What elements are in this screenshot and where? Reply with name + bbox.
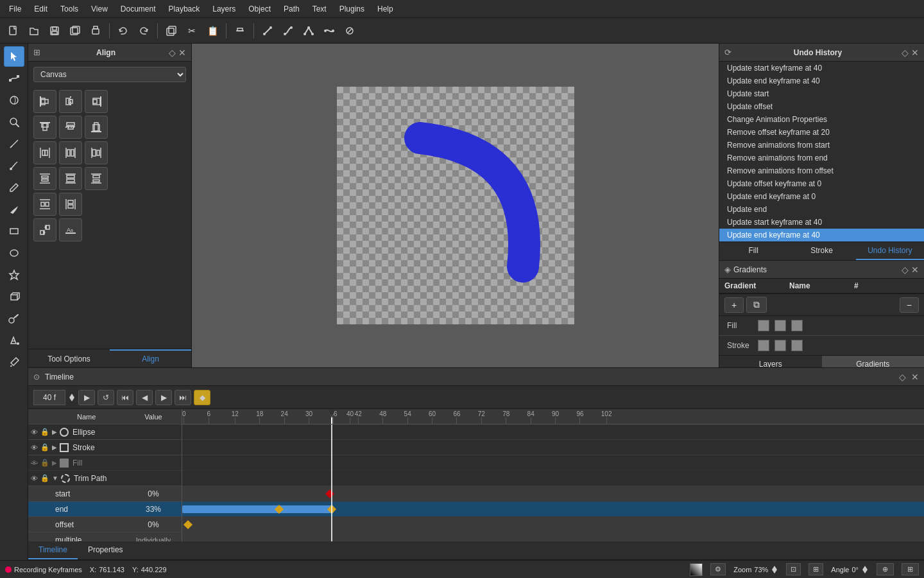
track-fill-lock[interactable]: 🔒 [40,459,49,467]
track-stroke-lock[interactable]: 🔒 [40,443,49,451]
paste-button[interactable]: 📋 [203,22,222,40]
zoom-to-selection-button[interactable]: ⊞ [809,563,823,575]
tab-tool-options[interactable]: Tool Options [28,349,110,367]
star-tool[interactable] [4,265,24,285]
document-props-button[interactable]: ⚙ [710,563,726,575]
track-lock-icon[interactable]: 🔒 [40,428,49,436]
lpe-button5[interactable] [340,22,359,40]
undo-history-float[interactable]: ◇ [902,48,909,58]
zoom-tool[interactable] [4,112,24,132]
undo-item[interactable]: Update end [719,203,924,216]
menu-text[interactable]: Text [306,2,333,16]
timeline-float[interactable]: ◇ [899,372,906,382]
gradients-float[interactable]: ◇ [902,265,909,275]
menu-playback[interactable]: Playback [162,2,207,16]
ellipse-tool[interactable] [4,243,24,263]
select-tool[interactable] [4,46,24,67]
align-toolbar-button[interactable] [230,22,250,40]
make-horiz-gaps[interactable] [33,193,56,216]
open-button[interactable] [24,22,44,40]
align-left-edge[interactable] [33,90,56,113]
snap-button[interactable]: ⊞ [902,563,919,575]
pen-tool[interactable] [4,155,24,176]
align-relative-select[interactable]: Canvas Page Drawing Selection First sele… [33,67,186,82]
track-fill-expand[interactable]: ▶ [52,459,57,466]
kf-offset-diamond[interactable] [184,520,193,529]
lpe-button2[interactable] [278,22,298,40]
tab-fill[interactable]: Fill [719,242,787,260]
track-fill-eye[interactable]: 👁 [31,459,38,467]
make-vert-gaps[interactable] [59,193,82,216]
goto-end-button[interactable]: ⏭ [175,390,191,405]
frame-input[interactable] [33,390,65,405]
duplicate-gradient-button[interactable]: ⧉ [746,297,767,313]
undo-item[interactable]: Remove animations from start [719,139,924,152]
document-color-mode[interactable] [690,563,703,576]
undo-history-close[interactable]: ✕ [911,48,919,58]
stroke-swatch-2[interactable] [774,340,786,351]
align-bottom-edge[interactable] [85,116,108,139]
fill-swatch-1[interactable] [758,320,769,331]
pencil-tool[interactable] [4,177,24,198]
undo-history-list[interactable]: Update start keyframe at 40Update end ke… [719,62,924,241]
kf-track-ellipse[interactable] [182,425,924,440]
save-copy-button[interactable] [65,22,85,40]
zoom-spinner[interactable] [771,565,778,575]
canvas-area[interactable] [192,44,719,367]
kf-track-fill[interactable] [182,455,924,471]
align-top-edge[interactable] [33,116,56,139]
kf-end-bar[interactable] [182,505,334,513]
tab-layers[interactable]: Layers [719,356,822,367]
print-button[interactable] [86,22,105,40]
fill-swatch-2[interactable] [774,320,786,331]
track-trim-lock[interactable]: 🔒 [40,474,49,482]
kf-track-trim[interactable] [182,471,924,486]
track-eye-icon[interactable]: 👁 [31,428,38,436]
play-button[interactable]: ▶ [78,390,95,405]
tweak-tool[interactable] [4,90,24,110]
undo-item[interactable]: Remove offset keyframe at 20 [719,126,924,139]
loop-button[interactable]: ↺ [98,390,114,405]
tab-properties[interactable]: Properties [78,541,133,559]
menu-layers[interactable]: Layers [206,2,242,16]
node-tool[interactable] [4,68,24,89]
menu-help[interactable]: Help [371,2,400,16]
menu-object[interactable]: Object [242,2,277,16]
menu-plugins[interactable]: Plugins [333,2,371,16]
redo-button[interactable] [134,22,153,40]
kf-track-stroke[interactable] [182,440,924,455]
tab-align[interactable]: Align [110,349,191,367]
undo-item[interactable]: Update offset keyframe at 0 [719,177,924,190]
next-frame-button[interactable]: ▶ [155,390,172,405]
menu-file[interactable]: File [3,2,28,16]
frame-spinner[interactable] [68,392,76,403]
undo-item[interactable]: Change Animation Properties [719,113,924,126]
menu-document[interactable]: Document [114,2,162,16]
undo-item[interactable]: Update start [719,87,924,100]
kf-track-start[interactable] [182,486,924,502]
color-display-button[interactable]: ⊕ [877,563,894,575]
distribute-bottom[interactable] [85,167,108,190]
menu-edit[interactable]: Edit [28,2,54,16]
add-gradient-button[interactable]: + [724,297,744,313]
track-stroke-eye[interactable]: 👁 [31,444,38,451]
angle-spinner[interactable] [861,565,869,575]
undo-item[interactable]: Remove animations from end [719,152,924,164]
kf-track-multiple[interactable] [182,532,924,541]
stroke-swatch-1[interactable] [758,340,769,351]
distribute-left[interactable] [33,141,56,164]
tab-timeline[interactable]: Timeline [28,541,78,559]
track-trim-eye[interactable]: 👁 [31,475,38,482]
3d-box-tool[interactable] [4,286,24,307]
align-center-vertical[interactable] [59,90,82,113]
measure-tool[interactable] [4,134,24,154]
remove-gradient-button[interactable]: − [900,297,919,313]
canvas-svg[interactable] [337,87,574,324]
align-panel-close[interactable]: ✕ [178,48,186,58]
keyframe-area[interactable] [182,425,924,541]
undo-item[interactable]: Update end keyframe at 40 [719,74,924,87]
align-center-horizontal[interactable] [59,116,82,139]
undo-item[interactable]: Remove animations from offset [719,164,924,177]
align-right-edge[interactable] [85,90,108,113]
fill-swatch-3[interactable] [791,320,803,331]
